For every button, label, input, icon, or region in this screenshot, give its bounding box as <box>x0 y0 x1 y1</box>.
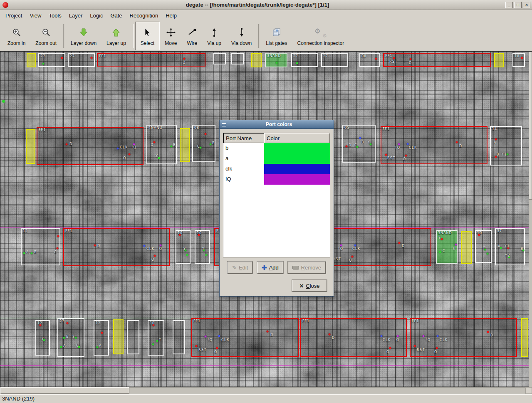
gate-box[interactable]: 12A <box>94 320 109 356</box>
port-dot[interactable] <box>66 143 68 146</box>
vertical-scrollbar-thumb[interactable] <box>529 52 532 200</box>
port-dot[interactable] <box>267 331 269 333</box>
port-dot[interactable] <box>389 347 391 349</box>
port-dot[interactable] <box>375 58 377 60</box>
port-dot[interactable] <box>437 335 439 337</box>
gate-box[interactable]: 27 <box>68 53 95 67</box>
port-color-swatch[interactable] <box>264 143 330 153</box>
port-dot[interactable] <box>186 254 188 256</box>
gate-box[interactable]: 10Y <box>195 230 210 264</box>
tool-via-down[interactable]: Via down <box>226 22 257 50</box>
port-dot[interactable] <box>354 245 356 247</box>
port-dot[interactable] <box>405 155 407 157</box>
port-dot[interactable] <box>94 245 96 247</box>
port-dot[interactable] <box>414 345 416 347</box>
port-dot[interactable] <box>385 154 387 156</box>
port-dot[interactable] <box>205 336 207 338</box>
gate-box[interactable] <box>180 128 190 162</box>
maximize-button[interactable]: □ <box>514 2 522 8</box>
port-dot[interactable] <box>57 247 59 250</box>
gate-box[interactable]: 10Y <box>475 230 492 263</box>
tool-connection-inspector[interactable]: ⚙⚙ Connection inspector <box>292 22 349 50</box>
port-dot[interactable] <box>276 62 278 64</box>
menu-help[interactable]: Help <box>162 11 181 20</box>
table-row[interactable]: clk <box>223 164 330 174</box>
via-marker[interactable] <box>2 100 5 103</box>
port-dot[interactable] <box>398 242 401 244</box>
remove-button[interactable]: Remove <box>288 262 326 274</box>
port-dot[interactable] <box>63 337 65 339</box>
gate-box[interactable]: FF1RSTQ <box>383 53 491 67</box>
port-dot[interactable] <box>129 153 131 156</box>
port-dot[interactable] <box>61 57 63 59</box>
port-dot[interactable] <box>296 62 298 64</box>
port-dot[interactable] <box>67 322 69 324</box>
port-dot[interactable] <box>439 251 441 253</box>
tool-select[interactable]: Select <box>135 22 160 50</box>
port-dot[interactable] <box>397 335 399 337</box>
port-dot[interactable] <box>329 334 331 336</box>
port-dot[interactable] <box>210 143 212 146</box>
port-dot[interactable] <box>521 57 523 59</box>
minimize-button[interactable]: _ <box>505 2 513 8</box>
port-dot[interactable] <box>97 346 99 349</box>
gate-box[interactable] <box>113 319 124 354</box>
port-dot[interactable] <box>23 252 25 255</box>
port-dot[interactable] <box>179 234 181 236</box>
tool-move[interactable]: Move <box>160 22 182 50</box>
port-dot[interactable] <box>436 347 438 349</box>
port-dot[interactable] <box>60 346 62 348</box>
gate-box[interactable]: 3NAND <box>265 53 287 67</box>
menu-project[interactable]: Project <box>2 11 26 20</box>
gate-box[interactable] <box>27 53 36 67</box>
gate-box[interactable] <box>461 231 472 264</box>
port-dot[interactable] <box>101 332 103 334</box>
tool-layer-down[interactable]: Layer down <box>66 22 101 50</box>
menu-recognition[interactable]: Recognition <box>126 11 162 20</box>
gate-box[interactable] <box>127 320 139 354</box>
port-dot[interactable] <box>393 57 395 59</box>
gate-box[interactable]: 18 <box>512 53 525 67</box>
port-dot[interactable] <box>410 58 412 60</box>
gate-box[interactable]: FF1Q <box>97 53 205 67</box>
port-dot[interactable] <box>57 235 59 237</box>
port-dot[interactable] <box>216 347 218 349</box>
port-dot[interactable] <box>198 234 200 236</box>
gate-box[interactable]: FF1!QCLKDRSTQ <box>410 318 517 357</box>
port-dot[interactable] <box>171 146 173 148</box>
horizontal-scrollbar[interactable] <box>0 387 525 394</box>
horizontal-scrollbar-thumb[interactable] <box>0 387 129 394</box>
gate-box[interactable]: FF1DCLK!QQ <box>63 228 170 266</box>
tool-zoom-in[interactable]: Zoom in <box>2 22 30 50</box>
gate-box[interactable]: 27 <box>38 53 65 67</box>
port-dot[interactable] <box>456 141 458 143</box>
edit-button[interactable]: ✎ Edit <box>228 262 252 274</box>
port-dot[interactable] <box>154 255 156 257</box>
port-dot[interactable] <box>195 345 198 347</box>
port-dot[interactable] <box>205 254 208 256</box>
port-dot[interactable] <box>398 143 400 146</box>
port-dot[interactable] <box>91 57 93 59</box>
gate-box[interactable]: 08 <box>359 53 380 67</box>
port-dot[interactable] <box>218 335 220 337</box>
port-dot[interactable] <box>346 146 348 148</box>
port-dot[interactable] <box>407 143 409 145</box>
gate-box[interactable] <box>494 53 504 67</box>
port-dot[interactable] <box>495 138 497 141</box>
gate-box[interactable]: 3NANDYCB <box>436 230 458 264</box>
tool-zoom-out[interactable]: Zoom out <box>30 22 62 50</box>
gate-box[interactable]: FF1!QCLKDRSTQ <box>191 318 299 357</box>
port-color-swatch[interactable] <box>264 164 330 174</box>
gate-box[interactable]: 27BYAC <box>57 318 84 357</box>
gate-box[interactable] <box>521 318 528 357</box>
port-dot[interactable] <box>133 143 135 146</box>
port-dot[interactable] <box>487 331 489 333</box>
gate-box[interactable]: FF1DCLK!QQ <box>300 318 407 357</box>
column-header-port-name[interactable]: Port Name <box>223 133 264 143</box>
port-dot[interactable] <box>423 335 425 337</box>
port-dot[interactable] <box>455 244 457 246</box>
column-header-color[interactable]: Color <box>264 133 330 143</box>
port-dot[interactable] <box>160 245 162 247</box>
port-dot[interactable] <box>156 340 158 342</box>
table-row[interactable]: a <box>223 153 330 164</box>
